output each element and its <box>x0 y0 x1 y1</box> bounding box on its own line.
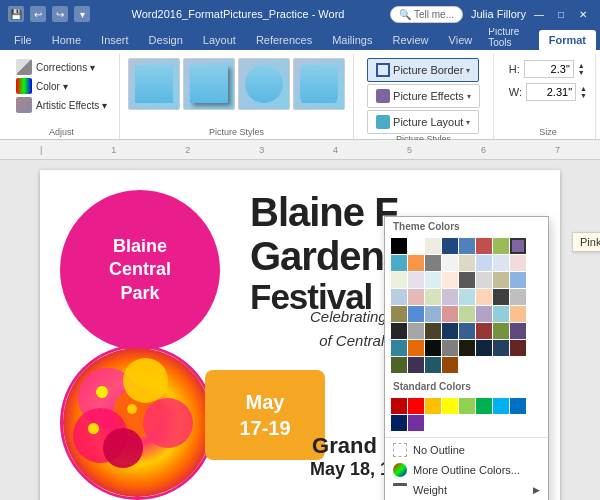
theme-color-swatch-1[interactable] <box>408 238 424 254</box>
minimize-button[interactable]: — <box>530 5 548 23</box>
theme-color-swatch-50[interactable] <box>425 340 441 356</box>
theme-color-swatch-16[interactable] <box>391 272 407 288</box>
more-outline-colors-item[interactable]: More Outline Colors... <box>385 460 548 480</box>
color-button[interactable]: Color ▾ <box>12 77 111 95</box>
picture-style-4[interactable] <box>293 58 345 110</box>
theme-color-swatch-14[interactable] <box>493 255 509 271</box>
theme-color-swatch-49[interactable] <box>408 340 424 356</box>
theme-color-swatch-11[interactable] <box>442 255 458 271</box>
theme-color-swatch-53[interactable] <box>476 340 492 356</box>
theme-color-swatch-0[interactable] <box>391 238 407 254</box>
close-button[interactable]: ✕ <box>574 5 592 23</box>
artistic-effects-button[interactable]: Artistic Effects ▾ <box>12 96 111 114</box>
theme-color-swatch-13[interactable] <box>476 255 492 271</box>
theme-color-swatch-42[interactable] <box>425 323 441 339</box>
theme-color-swatch-41[interactable] <box>408 323 424 339</box>
standard-color-swatch-0[interactable] <box>391 398 407 414</box>
theme-color-swatch-22[interactable] <box>493 272 509 288</box>
theme-color-swatch-12[interactable] <box>459 255 475 271</box>
theme-color-swatch-26[interactable] <box>425 289 441 305</box>
theme-color-swatch-35[interactable] <box>442 306 458 322</box>
theme-color-swatch-6[interactable] <box>493 238 509 254</box>
theme-color-swatch-34[interactable] <box>425 306 441 322</box>
undo-icon[interactable]: ↩ <box>30 6 46 22</box>
maximize-button[interactable]: □ <box>552 5 570 23</box>
theme-color-swatch-30[interactable] <box>493 289 509 305</box>
no-outline-item[interactable]: No Outline <box>385 440 548 460</box>
picture-border-button[interactable]: Picture Border ▾ <box>367 58 479 82</box>
picture-style-3[interactable] <box>238 58 290 110</box>
theme-color-swatch-32[interactable] <box>391 306 407 322</box>
theme-color-swatch-44[interactable] <box>459 323 475 339</box>
picture-style-2[interactable] <box>183 58 235 110</box>
redo-icon[interactable]: ↪ <box>52 6 68 22</box>
theme-color-swatch-37[interactable] <box>476 306 492 322</box>
theme-color-swatch-17[interactable] <box>408 272 424 288</box>
standard-color-swatch-9[interactable] <box>408 415 424 431</box>
theme-color-swatch-21[interactable] <box>476 272 492 288</box>
theme-color-swatch-40[interactable] <box>391 323 407 339</box>
save-icon[interactable]: 💾 <box>8 6 24 22</box>
theme-color-swatch-20[interactable] <box>459 272 475 288</box>
theme-color-swatch-18[interactable] <box>425 272 441 288</box>
theme-color-swatch-54[interactable] <box>493 340 509 356</box>
theme-color-swatch-45[interactable] <box>476 323 492 339</box>
tab-insert[interactable]: Insert <box>91 30 139 50</box>
theme-color-swatch-29[interactable] <box>476 289 492 305</box>
theme-color-swatch-43[interactable] <box>442 323 458 339</box>
theme-color-swatch-51[interactable] <box>442 340 458 356</box>
theme-color-swatch-38[interactable] <box>493 306 509 322</box>
theme-color-swatch-8[interactable] <box>391 255 407 271</box>
height-increment[interactable]: ▲ <box>578 62 585 69</box>
theme-color-swatch-25[interactable] <box>408 289 424 305</box>
tab-design[interactable]: Design <box>139 30 193 50</box>
theme-color-swatch-47[interactable] <box>510 323 526 339</box>
theme-color-swatch-59[interactable] <box>442 357 458 373</box>
theme-color-swatch-9[interactable] <box>408 255 424 271</box>
theme-color-swatch-31[interactable] <box>510 289 526 305</box>
tab-view[interactable]: View <box>439 30 483 50</box>
theme-color-swatch-19[interactable] <box>442 272 458 288</box>
theme-color-swatch-24[interactable] <box>391 289 407 305</box>
corrections-button[interactable]: Corrections ▾ <box>12 58 111 76</box>
standard-color-swatch-7[interactable] <box>510 398 526 414</box>
theme-color-swatch-56[interactable] <box>391 357 407 373</box>
customize-icon[interactable]: ▾ <box>74 6 90 22</box>
theme-color-swatch-3[interactable] <box>442 238 458 254</box>
width-increment[interactable]: ▲ <box>580 85 587 92</box>
tab-format[interactable]: Format <box>539 30 596 50</box>
tab-references[interactable]: References <box>246 30 322 50</box>
theme-color-swatch-4[interactable] <box>459 238 475 254</box>
standard-color-swatch-4[interactable] <box>459 398 475 414</box>
theme-color-swatch-15[interactable] <box>510 255 526 271</box>
tab-mailings[interactable]: Mailings <box>322 30 382 50</box>
tab-layout[interactable]: Layout <box>193 30 246 50</box>
tell-me-input[interactable]: 🔍 Tell me... <box>390 6 463 23</box>
standard-color-swatch-2[interactable] <box>425 398 441 414</box>
standard-color-swatch-3[interactable] <box>442 398 458 414</box>
theme-color-swatch-33[interactable] <box>408 306 424 322</box>
height-input[interactable] <box>524 60 574 78</box>
picture-style-1[interactable] <box>128 58 180 110</box>
theme-color-swatch-58[interactable] <box>425 357 441 373</box>
width-input[interactable] <box>526 83 576 101</box>
theme-color-swatch-55[interactable] <box>510 340 526 356</box>
theme-color-swatch-5[interactable] <box>476 238 492 254</box>
weight-item[interactable]: Weight ▶ <box>385 480 548 500</box>
picture-layout-button[interactable]: Picture Layout ▾ <box>367 110 479 134</box>
theme-color-swatch-7[interactable]: Pink, Accent 1 <box>510 238 526 254</box>
theme-color-swatch-10[interactable] <box>425 255 441 271</box>
theme-color-swatch-52[interactable] <box>459 340 475 356</box>
picture-effects-button[interactable]: Picture Effects ▾ <box>367 84 480 108</box>
standard-color-swatch-5[interactable] <box>476 398 492 414</box>
standard-color-swatch-1[interactable] <box>408 398 424 414</box>
theme-color-swatch-28[interactable] <box>459 289 475 305</box>
standard-color-swatch-8[interactable] <box>391 415 407 431</box>
standard-color-swatch-6[interactable] <box>493 398 509 414</box>
theme-color-swatch-27[interactable] <box>442 289 458 305</box>
theme-color-swatch-23[interactable] <box>510 272 526 288</box>
theme-color-swatch-57[interactable] <box>408 357 424 373</box>
theme-color-swatch-36[interactable] <box>459 306 475 322</box>
theme-color-swatch-39[interactable] <box>510 306 526 322</box>
tab-review[interactable]: Review <box>383 30 439 50</box>
